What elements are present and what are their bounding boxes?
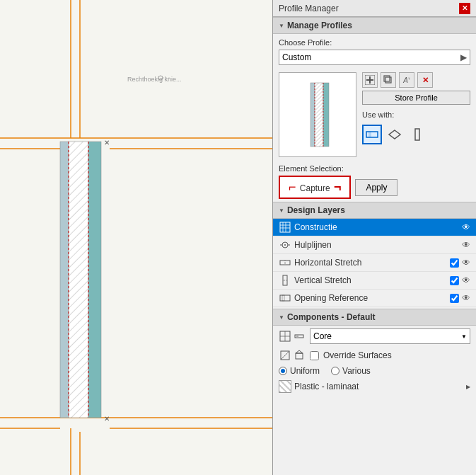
svg-rect-29 [323,83,329,147]
vertical-stretch-icon [279,274,291,287]
use-slab-icon[interactable] [385,125,405,144]
opening-reference-icon [279,292,291,304]
horizontal-stretch-eye-icon[interactable]: 👁 [462,258,470,268]
plastic-label: Plastic - laminaat [294,382,463,391]
store-profile-button[interactable]: Store Profile [362,91,470,105]
hulplijnen-icon [279,239,291,251]
plastic-row[interactable]: Plastic - laminaat ▶ [273,378,476,395]
use-column-icon[interactable] [407,125,427,144]
svg-rect-13 [69,142,88,418]
uniform-option[interactable]: Uniform [279,366,320,376]
horizontal-stretch-checkbox[interactable] [450,258,459,268]
svg-rect-41 [280,222,290,232]
constructie-name: Constructie [294,222,459,232]
svg-rect-38 [368,132,371,137]
design-layers-label: Design Layers [287,205,345,215]
layer-row-vertical-stretch[interactable]: Vertical Stretch 👁 [273,272,476,290]
svg-marker-39 [389,130,400,139]
svg-rect-35 [385,77,391,83]
horizontal-stretch-icon [279,256,291,269]
opening-reference-name: Opening Reference [294,293,447,303]
layer-row-horizontal-stretch[interactable]: Horizontal Stretch 👁 [273,254,476,272]
components-label: Components - Default [287,312,376,322]
opening-reference-eye-icon[interactable]: 👁 [462,293,470,303]
dropdown-arrow-icon: ▶ [460,52,467,62]
component-selector: Core ▼ [279,328,470,344]
add-profile-button[interactable] [362,72,378,88]
svg-rect-63 [296,353,303,359]
component-layer-icon [293,330,306,343]
opening-reference-checkbox[interactable] [450,294,459,303]
design-layers-header[interactable]: ▼ Design Layers [273,202,476,219]
component-icons [279,330,306,343]
choose-profile-label: Choose Profile: [279,38,470,47]
svg-rect-37 [366,132,378,137]
override-surfaces-checkbox[interactable] [310,351,319,360]
radio-row: Uniform Various [273,364,476,378]
svg-point-22 [158,76,163,80]
various-option[interactable]: Various [331,366,371,376]
close-button[interactable]: ✕ [459,3,470,14]
layer-row-opening-reference[interactable]: Opening Reference 👁 [273,290,476,307]
preview-area: A ᵀ ✕ Store Profile Use with: [273,68,476,161]
delete-profile-button[interactable]: ✕ [417,72,433,88]
svg-point-47 [284,244,286,246]
choose-profile-area: Choose Profile: Custom ▶ [273,34,476,68]
constructie-eye-icon[interactable]: 👁 [462,222,470,232]
vertical-stretch-eye-icon[interactable]: 👁 [462,275,470,285]
override-icon-1 [279,349,291,362]
vertical-stretch-checkbox[interactable] [450,276,459,285]
manage-profiles-label: Manage Profiles [287,21,352,30]
element-selection-buttons: ⌐ Capture ¬ Apply [279,176,470,199]
core-dropdown[interactable]: Core ▼ [310,328,470,344]
layer-row-hulplijnen[interactable]: Hulplijnen 👁 [273,236,476,254]
uniform-radio[interactable] [279,367,287,375]
svg-rect-33 [369,76,371,84]
various-label: Various [342,366,371,376]
design-layers-arrow: ▼ [279,207,284,214]
uniform-label: Uniform [290,366,320,376]
svg-text:✕: ✕ [104,139,110,147]
svg-rect-60 [296,335,298,338]
element-selection-label: Element Selection: [279,164,470,173]
plastic-swatch-icon [279,380,291,393]
components-header[interactable]: ▼ Components - Default [273,309,476,326]
profile-action-icons: A ᵀ ✕ [362,72,470,88]
copy-profile-button[interactable] [381,72,396,88]
svg-rect-16 [88,142,101,418]
cad-drawing-area: ✕ ✕ Rechthoekig knie... [0,0,272,475]
preview-controls: A ᵀ ✕ Store Profile Use with: [362,72,470,157]
capture-bracket-left-icon: ⌐ [289,180,296,195]
panel-titlebar: Profile Manager ✕ [273,0,476,17]
svg-rect-28 [315,83,323,147]
layer-row-constructie[interactable]: Constructie 👁 [273,219,476,236]
use-wall-icon[interactable] [362,125,382,144]
manage-profiles-arrow: ▼ [279,23,284,29]
svg-rect-12 [60,142,69,418]
profile-dropdown[interactable]: Custom ▶ [279,50,470,65]
plastic-arrow-icon: ▶ [466,384,470,390]
hulplijnen-eye-icon[interactable]: 👁 [462,240,470,250]
components-core-row: Core ▼ [273,326,476,347]
rename-profile-button[interactable]: A ᵀ [399,72,414,88]
manage-profiles-header[interactable]: ▼ Manage Profiles [273,17,476,34]
override-icons [279,349,306,362]
various-radio[interactable] [331,367,339,375]
vertical-stretch-name: Vertical Stretch [294,275,447,285]
capture-button[interactable]: ⌐ Capture ¬ [279,176,351,199]
core-dropdown-arrow-icon: ▼ [461,333,467,340]
hulplijnen-name: Hulplijnen [294,240,459,250]
svg-rect-0 [0,0,272,475]
constructie-icon [279,221,291,234]
svg-rect-36 [384,76,390,81]
override-icon-2 [293,349,306,362]
capture-bracket-right-icon: ¬ [334,180,342,195]
element-selection-area: Element Selection: ⌐ Capture ¬ Apply [273,161,476,202]
svg-marker-64 [296,350,303,353]
apply-button[interactable]: Apply [355,179,397,196]
svg-text:Rechthoekig knie...: Rechthoekig knie... [127,76,182,83]
svg-rect-55 [282,295,284,301]
svg-rect-25 [310,83,315,147]
use-with-label: Use with: [362,110,470,119]
use-with-icons [362,125,470,144]
